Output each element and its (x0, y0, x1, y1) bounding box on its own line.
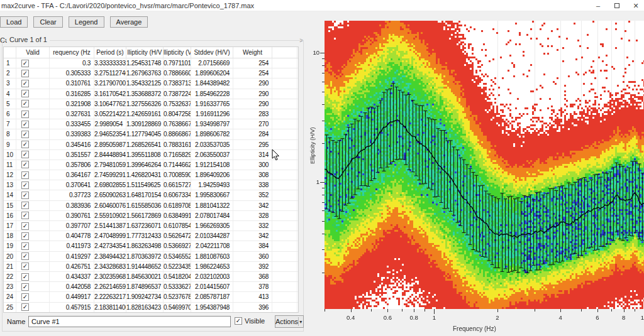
table-cell: 0.316285 (50, 89, 94, 99)
table-cell: 1.934998797 (191, 119, 233, 129)
column-header[interactable] (272, 47, 297, 58)
table-cell: 0.310761 (50, 79, 94, 88)
table-cell: 254 (233, 68, 272, 78)
valid-checkbox[interactable]: ✓ (21, 121, 29, 128)
table-cell: 0.7532637077 (164, 99, 191, 109)
toolbar-button-clear[interactable]: Clear (33, 16, 62, 28)
table-row: 2✓0.3053333.2751127461.2679637630.788666… (4, 68, 298, 79)
close-icon[interactable]: ✕ (631, 2, 640, 10)
table-cell: 0.383936 (50, 201, 94, 210)
valid-checkbox[interactable]: ✓ (21, 161, 29, 168)
valid-checkbox[interactable]: ✓ (21, 182, 29, 189)
valid-checkbox[interactable]: ✓ (21, 192, 29, 199)
table-cell: 1.874896537 (126, 282, 164, 291)
table-cell-empty (272, 180, 297, 190)
table-cell: 0.357806 (50, 160, 94, 170)
valid-cell: ✓ (16, 79, 50, 88)
column-header[interactable]: Valid (16, 47, 50, 58)
valid-checkbox[interactable]: ✓ (21, 60, 29, 67)
column-header[interactable]: llipticity (V/H (164, 47, 191, 58)
table-cell: 1.909242734 (126, 292, 164, 301)
table-cell: 1.615585036 (126, 201, 164, 210)
name-label: Name (7, 318, 25, 325)
table-cell: 1.511549625 (126, 180, 164, 190)
valid-checkbox[interactable]: ✓ (21, 303, 29, 311)
valid-checkbox[interactable]: ✓ (21, 90, 29, 97)
toolbar-button-average[interactable]: Average (110, 16, 148, 28)
valid-checkbox[interactable]: ✓ (21, 151, 29, 158)
table-cell: 0.606733472 (164, 190, 191, 200)
mouse-cursor (272, 149, 280, 161)
table-cell: 1.94259493 (191, 180, 233, 190)
table-scrollbar[interactable] (298, 46, 299, 313)
valid-cell: ✓ (16, 58, 50, 68)
valid-checkbox[interactable]: ✓ (21, 283, 29, 291)
table-cell: 0.364167 (50, 170, 94, 180)
table-cell: 0.5333627645 (164, 282, 191, 291)
valid-checkbox[interactable]: ✓ (21, 80, 29, 87)
toolbar-button-load[interactable]: Load (0, 16, 28, 28)
table-cell: 2.033537035 (191, 140, 233, 149)
table-cell: 1.648170154 (126, 190, 164, 200)
table-cell: 0.404778 (50, 231, 94, 241)
valid-checkbox[interactable]: ✓ (21, 252, 29, 260)
table-cell: 0.321908 (50, 99, 94, 109)
column-header[interactable]: Stddev (H/V) (191, 47, 233, 58)
valid-checkbox[interactable]: ✓ (21, 131, 29, 138)
valid-checkbox[interactable]: ✓ (21, 242, 29, 250)
table-row: 20✓0.4192972.3849443231.8703639720.53465… (4, 252, 298, 262)
table-cell: 2.010344287 (191, 231, 233, 241)
table-row: 12✓0.3641672.745992911.4268204310.700859… (4, 170, 298, 180)
valid-checkbox[interactable]: ✓ (21, 222, 29, 230)
table-cell: 338 (233, 180, 272, 190)
toolbar: LoadClearLegendAverage (0, 16, 148, 28)
table-row: 1✓0.33.3333333331.2545317480.79711015832… (4, 58, 298, 68)
table-cell: 284 (233, 129, 272, 139)
valid-checkbox[interactable]: ✓ (21, 263, 29, 270)
valid-checkbox[interactable]: ✓ (21, 202, 29, 209)
table-row: 13✓0.3706412.6980285511.5115496250.66157… (4, 180, 298, 190)
valid-checkbox[interactable]: ✓ (21, 70, 29, 77)
table-cell: 1.777312433 (126, 231, 164, 241)
valid-cell: ✓ (16, 140, 50, 149)
table-row: 22✓0.4343372.3023596881.8456300210.54182… (4, 272, 298, 282)
valid-checkbox[interactable]: ✓ (21, 232, 29, 240)
minimize-icon[interactable]: – (594, 2, 602, 9)
maximize-icon[interactable] (613, 3, 621, 9)
column-header[interactable]: Weight (233, 47, 272, 58)
valid-cell: ✓ (16, 201, 50, 210)
table-row: 21✓0.4267512.3432868351.9144486520.52234… (4, 262, 298, 272)
valid-checkbox[interactable]: ✓ (21, 100, 29, 107)
valid-checkbox[interactable]: ✓ (21, 273, 29, 281)
visible-checkbox[interactable]: ✓ (235, 317, 242, 325)
title-bar: max2curve - TFA - C:/Lavori/2020/pontevi… (0, 0, 644, 11)
table-row: 5✓0.3219083.1064776271.3275563260.753263… (4, 99, 298, 109)
curve-name-input[interactable] (28, 316, 231, 327)
table-row: 11✓0.3578062.7948105961.3996462640.71446… (4, 160, 298, 170)
row-number: 12 (4, 170, 16, 180)
column-header[interactable]: requency (Hz (50, 47, 94, 58)
valid-checkbox[interactable]: ✓ (21, 111, 29, 118)
table-cell: 1.242659161 (126, 109, 164, 119)
row-number: 10 (4, 150, 16, 160)
column-header[interactable]: llipticity (H/V (126, 47, 164, 58)
column-header[interactable]: Period (s) (94, 47, 126, 58)
table-cell: 2.74599291 (94, 170, 126, 180)
column-header[interactable] (4, 47, 16, 58)
valid-cell: ✓ (16, 272, 50, 281)
toolbar-button-legend[interactable]: Legend (69, 16, 104, 28)
valid-checkbox[interactable]: ✓ (21, 293, 29, 301)
valid-checkbox[interactable]: ✓ (21, 212, 29, 219)
table-cell: 1.566172869 (126, 211, 164, 220)
table-cell: 2.470489997 (94, 231, 126, 241)
actions-button[interactable]: Actions ▾ (275, 315, 304, 328)
table-cell: 0.6189708236 (164, 201, 191, 210)
valid-checkbox[interactable]: ✓ (21, 171, 29, 179)
x-tick-label: 0.8 (406, 314, 422, 321)
table-cell: 2.844488945 (94, 150, 126, 160)
row-number: 16 (4, 211, 16, 220)
valid-cell: ✓ (16, 119, 50, 129)
row-number: 17 (4, 221, 16, 230)
valid-checkbox[interactable]: ✓ (21, 141, 29, 148)
table-cell: 2.07156669 (191, 58, 233, 68)
